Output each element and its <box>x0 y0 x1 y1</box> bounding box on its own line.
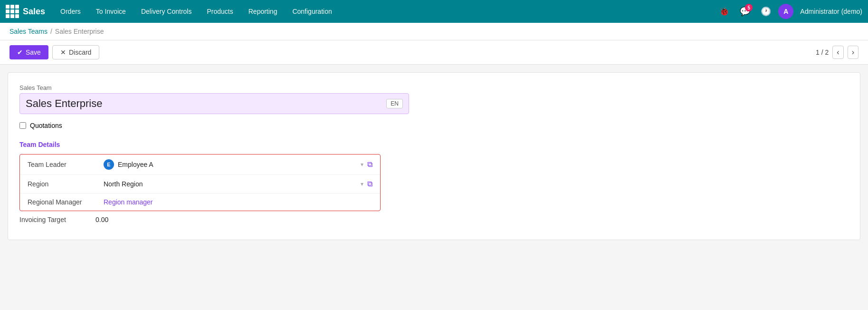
pagination-text: 1 / 2 <box>816 48 829 56</box>
quotations-checkbox[interactable] <box>19 122 26 129</box>
nav-to-invoice[interactable]: To Invoice <box>88 0 134 23</box>
region-row: Region ▾ ⧉ <box>20 175 380 194</box>
nav-products[interactable]: Products <box>199 0 240 23</box>
quotations-label: Quotations <box>30 122 62 129</box>
next-record-button[interactable]: › <box>848 46 858 59</box>
employee-avatar: E <box>104 159 114 170</box>
grid-menu-icon[interactable] <box>6 5 19 18</box>
avatar[interactable]: A <box>778 4 793 19</box>
chevron-right-icon: › <box>852 48 854 56</box>
team-leader-label: Team Leader <box>28 161 104 168</box>
regional-manager-link[interactable]: Region manager <box>104 198 153 206</box>
invoicing-target-value <box>95 216 381 223</box>
team-leader-value: E ▾ ⧉ <box>104 159 372 170</box>
region-external-link-icon[interactable]: ⧉ <box>367 180 372 188</box>
form-area: Sales Team EN Quotations Team Details Te… <box>8 72 860 240</box>
invoicing-target-row: Invoicing Target <box>19 211 381 228</box>
regional-manager-value: Region manager <box>104 198 372 206</box>
region-value: ▾ ⧉ <box>104 180 372 188</box>
regional-manager-label: Regional Manager <box>28 198 104 206</box>
prev-record-button[interactable]: ‹ <box>832 46 843 59</box>
team-leader-row: Team Leader E ▾ ⧉ <box>20 155 380 175</box>
clock-icon-btn[interactable]: 🕐 <box>757 3 774 20</box>
toolbar-actions: ✔ Save ✕ Discard <box>10 45 99 59</box>
toolbar: ✔ Save ✕ Discard 1 / 2 ‹ › <box>0 40 868 65</box>
check-icon: ✔ <box>17 48 23 56</box>
language-badge[interactable]: EN <box>386 99 403 108</box>
navbar-right: 🐞 💬 5 🕐 A Administrator (demo) <box>715 3 862 20</box>
save-button[interactable]: ✔ Save <box>10 45 48 59</box>
discard-button[interactable]: ✕ Discard <box>52 45 99 59</box>
team-details-table: Team Leader E ▾ ⧉ Region ▾ ⧉ Regional Ma… <box>19 154 381 211</box>
user-name[interactable]: Administrator (demo) <box>800 8 862 15</box>
nav-configuration[interactable]: Configuration <box>285 0 339 23</box>
team-details-title: Team Details <box>19 141 849 148</box>
team-leader-external-link-icon[interactable]: ⧉ <box>367 160 372 169</box>
region-dropdown-icon[interactable]: ▾ <box>361 181 363 187</box>
team-leader-dropdown-icon[interactable]: ▾ <box>361 161 363 168</box>
nav-orders[interactable]: Orders <box>53 0 88 23</box>
breadcrumb-current: Sales Enterprise <box>55 28 104 35</box>
breadcrumb-parent[interactable]: Sales Teams <box>10 28 48 35</box>
invoicing-target-label: Invoicing Target <box>19 216 95 223</box>
team-leader-input[interactable] <box>118 161 357 168</box>
quotations-row: Quotations <box>19 122 849 129</box>
debug-icon-btn[interactable]: 🐞 <box>715 3 733 20</box>
chevron-left-icon: ‹ <box>837 48 839 56</box>
invoicing-target-input[interactable] <box>95 216 179 223</box>
pagination-area: 1 / 2 ‹ › <box>816 46 858 59</box>
nav-reporting[interactable]: Reporting <box>241 0 285 23</box>
clock-icon: 🕐 <box>761 6 771 17</box>
breadcrumb-separator: / <box>50 28 52 35</box>
region-label: Region <box>28 180 104 188</box>
bug-icon: 🐞 <box>719 6 729 17</box>
chat-badge: 5 <box>745 4 753 11</box>
navbar: Sales Orders To Invoice Delivery Control… <box>0 0 868 23</box>
times-icon: ✕ <box>60 48 66 56</box>
breadcrumb: Sales Teams / Sales Enterprise <box>0 23 868 40</box>
sales-team-label: Sales Team <box>19 84 849 91</box>
regional-manager-row: Regional Manager Region manager <box>20 194 380 211</box>
chat-icon-btn[interactable]: 💬 5 <box>736 3 754 20</box>
nav-delivery-controls[interactable]: Delivery Controls <box>134 0 200 23</box>
team-name-field[interactable]: EN <box>19 93 409 114</box>
app-name[interactable]: Sales <box>23 7 45 17</box>
team-name-input[interactable] <box>26 97 386 110</box>
region-input[interactable] <box>104 180 357 188</box>
